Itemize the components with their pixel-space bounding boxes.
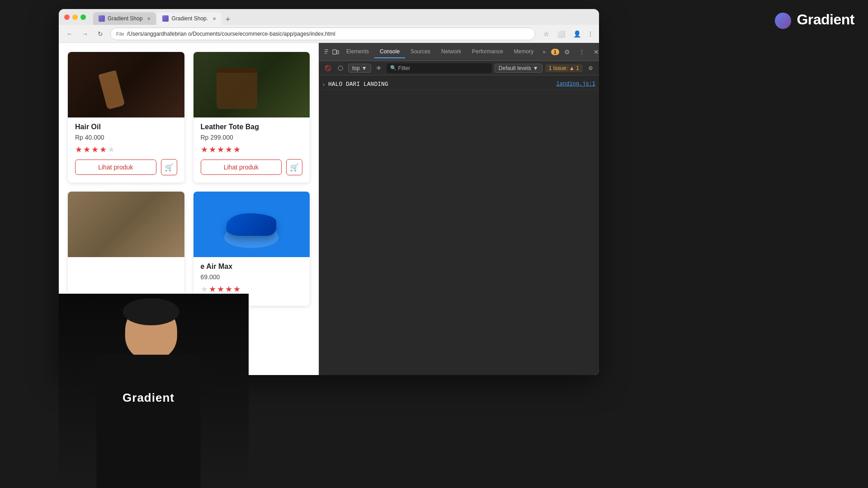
shoe-illustration (226, 213, 276, 236)
tab-label-2: Gradient Shop. (171, 15, 208, 22)
tab-gradient-shop-1[interactable]: Gradient Shop ✕ (93, 12, 156, 25)
maximize-button[interactable] (80, 14, 86, 20)
console-source-0[interactable]: landing.js:1 (557, 81, 595, 87)
tab-close-1[interactable]: ✕ (147, 16, 151, 21)
star-1: ★ (201, 284, 208, 294)
new-tab-button[interactable]: + (222, 14, 233, 25)
forward-button[interactable]: → (80, 28, 90, 39)
product-info-leather-bag: Leather Tote Bag Rp 299.000 ★ ★ ★ ★ ★ (193, 117, 310, 155)
tab-memory[interactable]: Memory (509, 46, 539, 58)
tab-close-2[interactable]: ✕ (212, 16, 216, 21)
console-toolbar: 🚫 top ▼ 👁 🔍 Filter Default levels (319, 61, 599, 75)
tab-bar: Gradient Shop ✕ Gradient Shop. ✕ + (93, 9, 594, 25)
svg-point-2 (338, 66, 343, 70)
console-output: › HALO DARI LANDING landing.js:1 (319, 75, 599, 375)
product-stars-leather-bag: ★ ★ ★ ★ ★ (201, 145, 303, 155)
console-message-0: HALO DARI LANDING (328, 81, 553, 88)
filter-icon: 🔍 (390, 65, 396, 71)
product-image-airmax (193, 192, 310, 257)
device-toolbar-icon[interactable] (332, 46, 339, 58)
traffic-lights (64, 14, 86, 20)
view-product-button-hair-oil[interactable]: Lihat produk (75, 160, 156, 175)
star-4: ★ (225, 284, 232, 294)
product-actions-hair-oil: Lihat produk 🛒 (68, 159, 184, 175)
product-actions-leather-bag: Lihat produk 🛒 (193, 159, 310, 175)
console-filter[interactable]: 🔍 Filter (387, 63, 492, 73)
product-image-hair-oil (68, 52, 184, 117)
product-name-leather-bag: Leather Tote Bag (201, 123, 303, 131)
products-grid: Hair Oil Rp 40.000 ★ ★ ★ ★ ★ Lihat produ… (68, 52, 310, 306)
star-3: ★ (217, 284, 224, 294)
more-tabs-button[interactable]: » (539, 47, 549, 57)
devtools-toolbar: Elements Console Sources Network Perform… (319, 43, 599, 61)
tab-performance[interactable]: Performance (467, 46, 509, 58)
gradient-logo-icon (775, 13, 791, 29)
add-to-cart-button-leather-bag[interactable]: 🛒 (286, 159, 302, 175)
levels-dropdown[interactable]: Default levels ▼ (495, 64, 542, 73)
devtools-panel: Elements Console Sources Network Perform… (319, 43, 599, 375)
tab-sources[interactable]: Sources (405, 46, 436, 58)
tab-gradient-shop-2[interactable]: Gradient Shop. ✕ (157, 12, 222, 25)
star-5: ★ (108, 145, 115, 155)
star-5: ★ (233, 145, 241, 155)
presenter-head (125, 303, 177, 359)
reload-button[interactable]: ↻ (95, 28, 106, 39)
star-3: ★ (91, 145, 99, 155)
console-collapse-icon[interactable] (335, 63, 345, 73)
devtools-close-icon[interactable]: ✕ (590, 46, 599, 58)
star-4: ★ (225, 145, 232, 155)
devtools-right-controls: 1 ⚙ ⋮ ✕ (551, 46, 599, 58)
context-label: top (352, 65, 360, 71)
console-settings-icon[interactable]: ⚙ (585, 63, 595, 73)
issue-count-badge: 1 (551, 49, 559, 55)
star-2: ★ (83, 145, 90, 155)
svg-rect-0 (333, 50, 336, 54)
close-button[interactable] (64, 14, 70, 20)
add-to-cart-button-hair-oil[interactable]: 🛒 (161, 159, 177, 175)
console-clear-icon[interactable]: 🚫 (323, 63, 333, 73)
star-1: ★ (201, 145, 208, 155)
levels-label: Default levels (499, 65, 531, 71)
menu-button[interactable]: ⋮ (587, 30, 594, 38)
product-price-airmax: 69.000 (201, 273, 303, 281)
back-button[interactable]: ← (64, 28, 75, 39)
inspect-element-icon[interactable] (323, 46, 330, 58)
devtools-dock-icon[interactable]: ⋮ (576, 46, 588, 58)
tab-label-1: Gradient Shop (108, 15, 142, 22)
product-info-hair-oil: Hair Oil Rp 40.000 ★ ★ ★ ★ ★ (68, 117, 184, 155)
presenter-overlay: Gradient (59, 294, 249, 488)
url-text: /Users/anggardhafebrian o/Documents/cour… (127, 31, 335, 37)
devtools-tabs: Elements Console Sources Network Perform… (341, 46, 549, 58)
bookmark-icon[interactable]: ☆ (543, 30, 549, 38)
address-bar: ← → ↻ File /Users/anggardhafebrian o/Doc… (59, 25, 599, 43)
tab-network[interactable]: Network (436, 46, 467, 58)
star-4: ★ (99, 145, 107, 155)
context-dropdown[interactable]: top ▼ (348, 64, 371, 73)
console-entry-0: › HALO DARI LANDING landing.js:1 (319, 79, 599, 90)
presenter-figure: Gradient (59, 294, 249, 488)
tab-favicon-1 (99, 15, 105, 22)
devtools-settings-icon[interactable]: ⚙ (561, 46, 574, 58)
console-expand-arrow[interactable]: › (323, 81, 325, 88)
console-eye-icon[interactable]: 👁 (374, 63, 384, 73)
tab-console[interactable]: Console (374, 46, 405, 58)
presenter-body: Gradient (97, 355, 201, 488)
star-5: ★ (233, 284, 241, 294)
dropdown-arrow: ▼ (362, 65, 367, 71)
file-label: File (116, 31, 124, 37)
star-1: ★ (75, 145, 82, 155)
user-icon[interactable]: 👤 (573, 30, 581, 38)
star-2: ★ (209, 145, 216, 155)
minimize-button[interactable] (72, 14, 78, 20)
levels-arrow: ▼ (533, 65, 538, 71)
extension-icon[interactable]: ⬜ (557, 30, 565, 38)
gradient-logo: Gradient (775, 11, 854, 29)
tab-elements[interactable]: Elements (341, 46, 374, 58)
product-image-leather-bag (193, 52, 310, 117)
browser-chrome: Gradient Shop ✕ Gradient Shop. ✕ + (59, 9, 599, 25)
url-bar[interactable]: File /Users/anggardhafebrian o/Documents… (110, 28, 535, 40)
gradient-logo-text: Gradient (797, 11, 854, 28)
product-card-hair-oil: Hair Oil Rp 40.000 ★ ★ ★ ★ ★ Lihat produ… (68, 52, 184, 183)
product-price-hair-oil: Rp 40.000 (75, 134, 177, 141)
view-product-button-leather-bag[interactable]: Lihat produk (201, 160, 282, 175)
